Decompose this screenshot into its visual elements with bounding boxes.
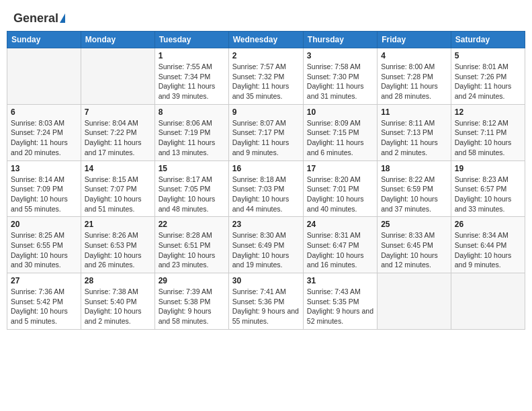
day-number: 4 [381,51,447,60]
day-number: 20 [11,220,77,229]
calendar-cell: 16 Sunrise: 8:18 AMSunset: 7:03 PMDaylig… [228,161,303,217]
day-info: Sunrise: 8:28 AMSunset: 6:51 PMDaylight:… [159,230,225,270]
calendar-header-monday: Monday [81,32,154,48]
day-number: 1 [159,51,225,60]
day-number: 10 [307,107,373,117]
calendar-cell: 23 Sunrise: 8:30 AMSunset: 6:49 PMDaylig… [228,217,303,273]
day-number: 27 [11,276,77,285]
calendar-cell: 7 Sunrise: 8:04 AMSunset: 7:22 PMDayligh… [81,104,154,161]
logo: General [13,12,65,24]
day-info: Sunrise: 8:26 AMSunset: 6:53 PMDaylight:… [85,230,151,270]
day-number: 2 [232,51,300,60]
calendar-cell: 19 Sunrise: 8:23 AMSunset: 6:57 PMDaylig… [451,161,525,217]
calendar-cell [7,48,81,105]
day-number: 24 [307,220,373,229]
calendar-week-row: 1 Sunrise: 7:55 AMSunset: 7:34 PMDayligh… [7,48,525,105]
calendar-cell: 18 Sunrise: 8:22 AMSunset: 6:59 PMDaylig… [378,161,451,217]
calendar-cell: 3 Sunrise: 7:58 AMSunset: 7:30 PMDayligh… [303,48,377,105]
calendar-cell: 17 Sunrise: 8:20 AMSunset: 7:01 PMDaylig… [303,161,377,217]
day-info: Sunrise: 8:30 AMSunset: 6:49 PMDaylight:… [232,230,300,270]
day-info: Sunrise: 7:41 AMSunset: 5:36 PMDaylight:… [232,287,300,326]
calendar-cell: 4 Sunrise: 8:00 AMSunset: 7:28 PMDayligh… [378,48,451,105]
logo-icon [60,13,65,23]
day-number: 11 [381,107,447,117]
calendar-week-row: 27 Sunrise: 7:36 AMSunset: 5:42 PMDaylig… [7,273,525,330]
day-info: Sunrise: 8:17 AMSunset: 7:05 PMDaylight:… [159,175,225,214]
day-number: 5 [455,51,521,60]
calendar-cell: 14 Sunrise: 8:15 AMSunset: 7:07 PMDaylig… [81,161,154,217]
day-number: 16 [232,164,300,173]
day-number: 18 [381,164,447,173]
day-number: 26 [455,220,521,229]
day-info: Sunrise: 8:20 AMSunset: 7:01 PMDaylight:… [307,175,373,214]
calendar-cell: 22 Sunrise: 8:28 AMSunset: 6:51 PMDaylig… [154,217,228,273]
day-info: Sunrise: 8:04 AMSunset: 7:22 PMDaylight:… [85,118,151,158]
day-number: 8 [159,107,225,117]
calendar-cell: 30 Sunrise: 7:41 AMSunset: 5:36 PMDaylig… [228,273,303,330]
calendar-cell: 1 Sunrise: 7:55 AMSunset: 7:34 PMDayligh… [154,48,228,105]
day-info: Sunrise: 8:15 AMSunset: 7:07 PMDaylight:… [85,175,151,214]
day-info: Sunrise: 7:39 AMSunset: 5:38 PMDaylight:… [159,287,225,326]
day-number: 28 [85,276,151,285]
day-info: Sunrise: 8:06 AMSunset: 7:19 PMDaylight:… [159,118,225,158]
calendar-week-row: 13 Sunrise: 8:14 AMSunset: 7:09 PMDaylig… [7,161,525,217]
day-info: Sunrise: 8:23 AMSunset: 6:57 PMDaylight:… [455,175,521,214]
calendar-table: SundayMondayTuesdayWednesdayThursdayFrid… [7,31,525,330]
day-info: Sunrise: 8:22 AMSunset: 6:59 PMDaylight:… [381,175,447,214]
day-info: Sunrise: 7:38 AMSunset: 5:40 PMDaylight:… [85,287,151,326]
day-info: Sunrise: 8:00 AMSunset: 7:28 PMDaylight:… [381,62,447,101]
day-number: 25 [381,220,447,229]
calendar-cell: 2 Sunrise: 7:57 AMSunset: 7:32 PMDayligh… [228,48,303,105]
calendar-cell: 31 Sunrise: 7:43 AMSunset: 5:35 PMDaylig… [303,273,377,330]
day-number: 22 [159,220,225,229]
calendar-header-saturday: Saturday [451,32,525,48]
calendar-cell: 6 Sunrise: 8:03 AMSunset: 7:24 PMDayligh… [7,104,81,161]
calendar-week-row: 20 Sunrise: 8:25 AMSunset: 6:55 PMDaylig… [7,217,525,273]
calendar-week-row: 6 Sunrise: 8:03 AMSunset: 7:24 PMDayligh… [7,104,525,161]
day-info: Sunrise: 7:55 AMSunset: 7:34 PMDaylight:… [159,62,225,101]
day-number: 31 [307,276,373,285]
calendar-header-row: SundayMondayTuesdayWednesdayThursdayFrid… [7,32,525,48]
day-info: Sunrise: 8:09 AMSunset: 7:15 PMDaylight:… [307,118,373,158]
calendar-cell: 5 Sunrise: 8:01 AMSunset: 7:26 PMDayligh… [451,48,525,105]
calendar-cell: 13 Sunrise: 8:14 AMSunset: 7:09 PMDaylig… [7,161,81,217]
calendar-cell: 9 Sunrise: 8:07 AMSunset: 7:17 PMDayligh… [228,104,303,161]
day-number: 30 [232,276,300,285]
day-number: 6 [11,107,77,117]
calendar-cell: 29 Sunrise: 7:39 AMSunset: 5:38 PMDaylig… [154,273,228,330]
day-number: 19 [455,164,521,173]
calendar-cell [451,273,525,330]
day-info: Sunrise: 8:03 AMSunset: 7:24 PMDaylight:… [11,118,77,158]
day-info: Sunrise: 8:01 AMSunset: 7:26 PMDaylight:… [455,62,521,101]
calendar-cell: 24 Sunrise: 8:31 AMSunset: 6:47 PMDaylig… [303,217,377,273]
day-number: 3 [307,51,373,60]
calendar-header-tuesday: Tuesday [154,32,228,48]
calendar-cell: 10 Sunrise: 8:09 AMSunset: 7:15 PMDaylig… [303,104,377,161]
calendar-cell: 26 Sunrise: 8:34 AMSunset: 6:44 PMDaylig… [451,217,525,273]
logo-text-general: General [13,12,58,24]
calendar-header-sunday: Sunday [7,32,81,48]
day-number: 14 [85,164,151,173]
day-info: Sunrise: 7:43 AMSunset: 5:35 PMDaylight:… [307,287,373,326]
day-info: Sunrise: 8:25 AMSunset: 6:55 PMDaylight:… [11,230,77,270]
day-number: 12 [455,107,521,117]
day-info: Sunrise: 8:33 AMSunset: 6:45 PMDaylight:… [381,230,447,270]
calendar-cell: 28 Sunrise: 7:38 AMSunset: 5:40 PMDaylig… [81,273,154,330]
day-info: Sunrise: 8:34 AMSunset: 6:44 PMDaylight:… [455,230,521,270]
day-number: 7 [85,107,151,117]
calendar-cell: 27 Sunrise: 7:36 AMSunset: 5:42 PMDaylig… [7,273,81,330]
day-number: 21 [85,220,151,229]
calendar-header-friday: Friday [378,32,451,48]
day-number: 17 [307,164,373,173]
day-info: Sunrise: 7:36 AMSunset: 5:42 PMDaylight:… [11,287,77,326]
day-info: Sunrise: 8:12 AMSunset: 7:11 PMDaylight:… [455,118,521,158]
calendar-cell: 12 Sunrise: 8:12 AMSunset: 7:11 PMDaylig… [451,104,525,161]
calendar-header-thursday: Thursday [303,32,377,48]
day-number: 23 [232,220,300,229]
day-number: 9 [232,107,300,117]
day-info: Sunrise: 7:58 AMSunset: 7:30 PMDaylight:… [307,62,373,101]
day-number: 29 [159,276,225,285]
day-info: Sunrise: 8:11 AMSunset: 7:13 PMDaylight:… [381,118,447,158]
calendar-cell: 8 Sunrise: 8:06 AMSunset: 7:19 PMDayligh… [154,104,228,161]
calendar-cell [81,48,154,105]
